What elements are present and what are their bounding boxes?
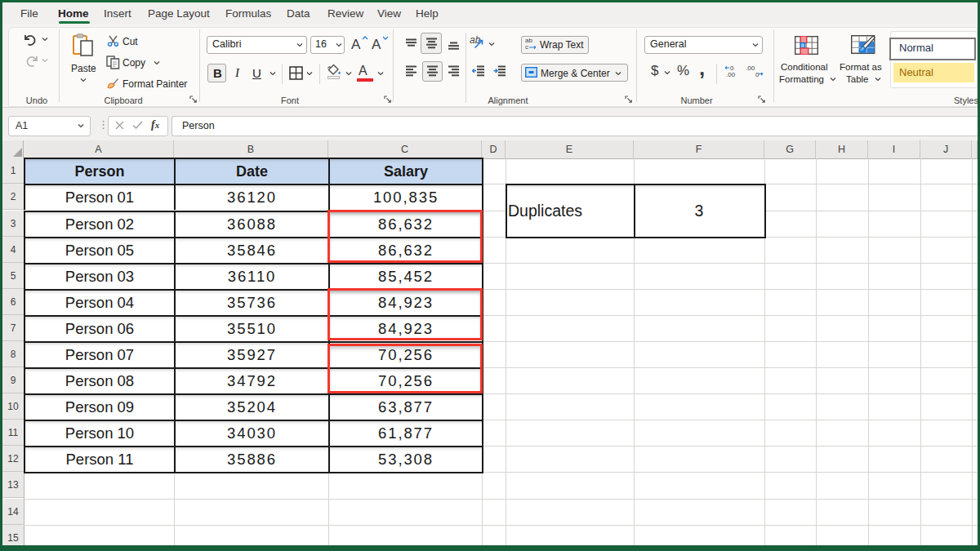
svg-text:.00: .00 <box>726 71 736 78</box>
svg-text:.00: .00 <box>746 64 755 72</box>
